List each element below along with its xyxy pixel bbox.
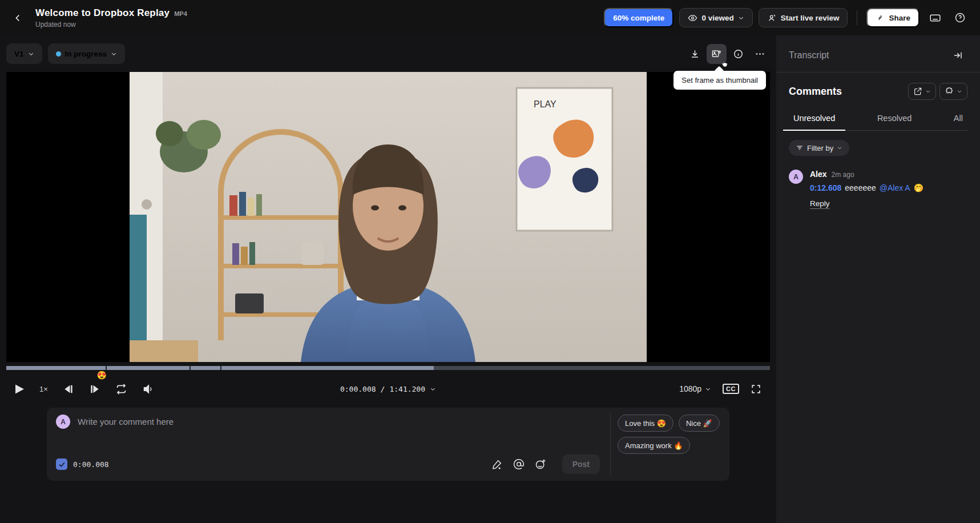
help-icon — [954, 12, 966, 23]
check-icon — [58, 461, 66, 468]
status-dot — [56, 51, 61, 57]
live-review-person-icon — [767, 13, 777, 23]
time-separator: / — [381, 385, 385, 393]
fullscreen-button[interactable] — [751, 384, 761, 395]
comments-tabs: Unresolved Resolved All — [789, 114, 967, 131]
info-button[interactable] — [728, 44, 748, 64]
comment-emoji: 🤭 — [914, 183, 923, 192]
thumbnail-tooltip: Set frame as thumbnail — [674, 71, 766, 90]
file-type-badge: MP4 — [174, 10, 187, 17]
eye-icon — [688, 13, 697, 23]
export-icon — [913, 87, 922, 96]
quick-reply-amazing-work[interactable]: Amazing work 🔥 — [618, 437, 690, 454]
comment-input[interactable] — [78, 417, 600, 427]
puzzle-icon — [945, 87, 954, 96]
start-live-review-button[interactable]: Start live review — [759, 8, 848, 27]
cursor-hand-icon — [720, 59, 729, 68]
timeline-tick — [220, 366, 221, 370]
video-frame: PLAY — [130, 72, 647, 362]
playback-controls: 1× 0:00.008 / — [0, 370, 776, 408]
chevron-left-icon — [14, 14, 22, 22]
comment-item[interactable]: A Alex 2m ago 0:12.608 eeeeeee @Alex A 🤭… — [789, 170, 967, 208]
set-frame-as-thumbnail-icon — [711, 49, 722, 59]
progress-complete-button[interactable]: 60% complete — [604, 8, 674, 27]
header: Welcome to Dropbox Replay MP4 Updated no… — [0, 0, 980, 35]
comment-time-ago: 2m ago — [832, 171, 854, 179]
tab-all[interactable]: All — [950, 114, 966, 130]
toolbar-icons — [685, 44, 770, 64]
quick-reply-love-this[interactable]: Love this 😍 — [618, 415, 674, 432]
keyboard-shortcuts-button[interactable] — [925, 8, 945, 27]
share-button[interactable]: Share — [866, 8, 919, 27]
info-icon — [733, 49, 744, 59]
annotate-button[interactable] — [491, 458, 503, 470]
chevron-down-icon — [738, 15, 744, 21]
captions-button[interactable]: CC — [723, 384, 739, 394]
play-button[interactable] — [15, 384, 25, 395]
set-thumbnail-button[interactable] — [707, 44, 727, 64]
composer-timestamp: 0:00.008 — [73, 460, 109, 469]
quality-dropdown[interactable]: 1080p — [679, 384, 711, 393]
download-button[interactable] — [685, 44, 705, 64]
mention-icon — [513, 458, 525, 470]
tab-unresolved[interactable]: Unresolved — [790, 114, 838, 130]
title-block: Welcome to Dropbox Replay MP4 Updated no… — [35, 7, 187, 29]
body: V1 In progress — [0, 35, 980, 523]
header-actions: 60% complete 0 viewed Start live review … — [604, 8, 970, 27]
comment-author[interactable]: Alex — [810, 170, 827, 179]
comment-timestamp-link[interactable]: 0:12.608 — [810, 183, 841, 192]
current-time: 0:00.008 — [340, 385, 376, 393]
time-display[interactable]: 0:00.008 / 1:41.200 — [340, 385, 436, 393]
filter-by-button[interactable]: Filter by — [789, 140, 849, 156]
transcript-header: Transcript — [789, 43, 967, 67]
chevron-down-icon — [705, 386, 711, 392]
status-dropdown[interactable]: In progress — [48, 43, 126, 64]
comment-text: eeeeeee — [845, 183, 876, 192]
player-panel: V1 In progress — [0, 35, 776, 523]
integrations-button[interactable] — [939, 83, 967, 100]
playback-speed-button[interactable]: 1× — [39, 385, 48, 393]
mention-button[interactable] — [513, 458, 525, 470]
timeline-wrap: 😍 — [6, 366, 770, 370]
duration: 1:41.200 — [389, 385, 425, 393]
export-comments-button[interactable] — [908, 83, 936, 100]
frame-back-button[interactable] — [63, 384, 74, 394]
filter-icon — [796, 144, 804, 152]
volume-button[interactable] — [142, 384, 154, 395]
share-link-icon — [876, 13, 885, 22]
quick-reply-nice[interactable]: Nice 🚀 — [679, 415, 720, 432]
video-stage[interactable]: PLAY — [6, 72, 770, 362]
timeline-scrubber[interactable] — [6, 366, 770, 370]
comment-mention[interactable]: @Alex A — [880, 183, 910, 192]
version-dropdown[interactable]: V1 — [6, 43, 42, 64]
sidebar-divider — [776, 72, 980, 73]
chevron-down-icon — [837, 145, 842, 151]
replay-app: Welcome to Dropbox Replay MP4 Updated no… — [0, 0, 980, 523]
more-options-button[interactable] — [750, 44, 770, 64]
chevron-down-icon — [925, 88, 931, 94]
volume-icon — [142, 384, 154, 395]
loop-button[interactable] — [115, 384, 127, 395]
transcript-title[interactable]: Transcript — [789, 50, 829, 61]
frame-forward-icon — [89, 384, 100, 394]
emoji-button[interactable] — [535, 458, 546, 470]
collapse-right-icon — [953, 50, 963, 61]
comments-header: Comments — [789, 83, 967, 100]
back-button[interactable] — [8, 8, 27, 27]
frame-forward-button[interactable] — [89, 384, 100, 394]
download-icon — [689, 49, 700, 59]
post-button[interactable]: Post — [562, 454, 600, 474]
reply-link[interactable]: Reply — [810, 199, 830, 208]
viewed-button[interactable]: 0 viewed — [679, 8, 752, 27]
loop-icon — [115, 384, 127, 395]
timestamp-checkbox[interactable] — [56, 458, 67, 470]
composer-avatar: A — [56, 415, 70, 429]
help-button[interactable] — [950, 8, 970, 27]
keyboard-icon — [929, 12, 941, 24]
collapse-panel-button[interactable] — [948, 46, 967, 65]
page-title: Welcome to Dropbox Replay — [35, 7, 170, 19]
more-horizontal-icon — [755, 49, 765, 59]
timeline-tick — [106, 366, 107, 370]
chevron-down-icon — [430, 386, 436, 392]
tab-resolved[interactable]: Resolved — [874, 114, 915, 130]
